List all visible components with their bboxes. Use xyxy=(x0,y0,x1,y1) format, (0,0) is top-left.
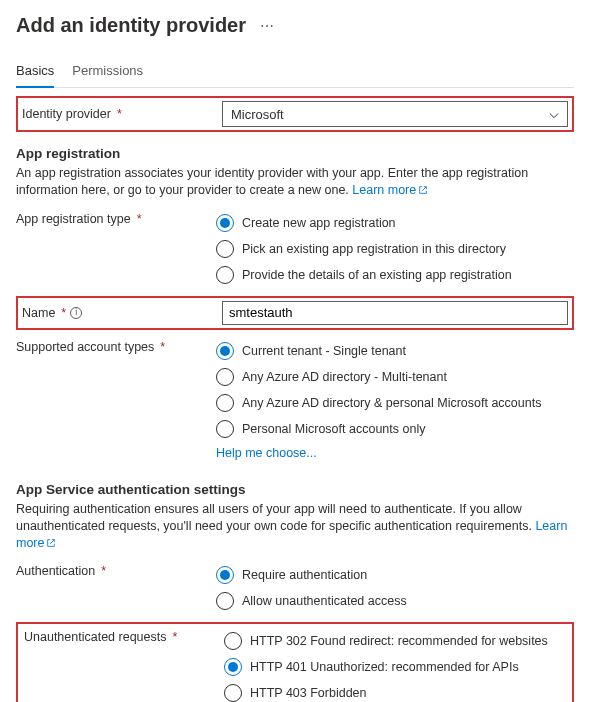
radio-icon xyxy=(216,566,234,584)
info-icon[interactable]: i xyxy=(70,307,82,319)
radio-pick-existing[interactable]: Pick an existing app registration in thi… xyxy=(216,238,574,260)
identity-provider-value: Microsoft xyxy=(231,107,284,122)
radio-multi-personal[interactable]: Any Azure AD directory & personal Micros… xyxy=(216,392,574,414)
authentication-label: Authentication* xyxy=(16,564,216,578)
radio-icon xyxy=(216,420,234,438)
tab-basics[interactable]: Basics xyxy=(16,57,54,88)
radio-icon xyxy=(216,592,234,610)
radio-require-auth[interactable]: Require authentication xyxy=(216,564,574,586)
radio-provide-details[interactable]: Provide the details of an existing app r… xyxy=(216,264,574,286)
radio-icon xyxy=(216,368,234,386)
radio-create-new[interactable]: Create new app registration xyxy=(216,212,574,234)
radio-icon xyxy=(224,632,242,650)
name-input[interactable] xyxy=(222,301,568,325)
help-me-choose-link[interactable]: Help me choose... xyxy=(216,446,317,460)
supported-account-types-label: Supported account types* xyxy=(16,340,216,354)
external-link-icon xyxy=(418,183,428,200)
radio-http-302[interactable]: HTTP 302 Found redirect: recommended for… xyxy=(224,630,566,652)
tabs: Basics Permissions xyxy=(16,57,574,88)
identity-provider-label: Identity provider* xyxy=(22,107,222,121)
name-label: Name* i xyxy=(22,306,222,320)
radio-http-401[interactable]: HTTP 401 Unauthorized: recommended for A… xyxy=(224,656,566,678)
name-highlight: Name* i xyxy=(16,296,574,330)
radio-icon xyxy=(224,658,242,676)
chevron-down-icon xyxy=(549,109,559,119)
app-registration-learn-more-link[interactable]: Learn more xyxy=(352,183,428,197)
unauthenticated-requests-highlight: Unauthenticated requests* HTTP 302 Found… xyxy=(16,622,574,702)
radio-icon xyxy=(216,214,234,232)
radio-allow-unauth[interactable]: Allow unauthenticated access xyxy=(216,590,574,612)
auth-settings-desc: Requiring authentication ensures all use… xyxy=(16,501,574,553)
radio-icon xyxy=(216,394,234,412)
unauthenticated-requests-label: Unauthenticated requests* xyxy=(24,630,224,644)
more-actions-button[interactable]: ⋯ xyxy=(256,15,278,37)
radio-http-403[interactable]: HTTP 403 Forbidden xyxy=(224,682,566,702)
tab-permissions[interactable]: Permissions xyxy=(72,57,143,87)
radio-icon xyxy=(224,684,242,702)
radio-single-tenant[interactable]: Current tenant - Single tenant xyxy=(216,340,574,362)
app-registration-heading: App registration xyxy=(16,146,574,161)
auth-settings-heading: App Service authentication settings xyxy=(16,482,574,497)
radio-icon xyxy=(216,240,234,258)
radio-multi-tenant[interactable]: Any Azure AD directory - Multi-tenant xyxy=(216,366,574,388)
app-registration-type-label: App registration type* xyxy=(16,212,216,226)
page-title: Add an identity provider xyxy=(16,14,246,37)
radio-icon xyxy=(216,342,234,360)
radio-personal-only[interactable]: Personal Microsoft accounts only xyxy=(216,418,574,440)
radio-icon xyxy=(216,266,234,284)
identity-provider-dropdown[interactable]: Microsoft xyxy=(222,101,568,127)
identity-provider-highlight: Identity provider* Microsoft xyxy=(16,96,574,132)
app-registration-desc: An app registration associates your iden… xyxy=(16,165,574,200)
external-link-icon xyxy=(46,536,56,553)
